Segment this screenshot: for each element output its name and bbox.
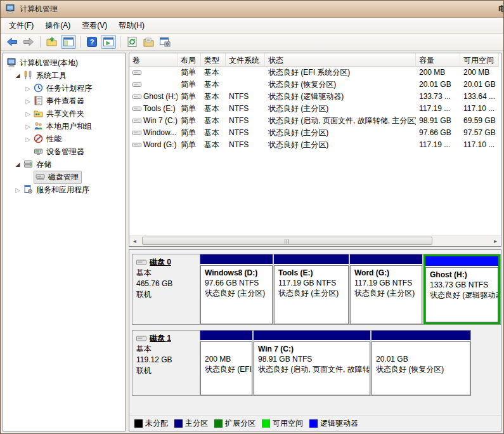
show-action-pane-button[interactable] [101, 35, 116, 49]
expand-triangle-icon[interactable]: ▷ [25, 98, 31, 105]
partition-recovery[interactable]: 20.01 GB 状态良好 (恢复分区) [372, 331, 470, 395]
volume-row-windows8-d[interactable]: Window... 简单 基本 NTFS 状态良好 (主分区) 97.66 GB… [129, 127, 501, 139]
expand-triangle-icon[interactable]: ▷ [15, 187, 21, 194]
column-header-free-space[interactable]: 可用空间 [460, 53, 499, 67]
partition-win7-c[interactable]: Win 7 (C:) 98.91 GB NTFS 状态良好 (启动, 页面文件,… [254, 331, 370, 395]
partition-ghost-h[interactable]: Ghost (H:) 133.73 GB NTFS 状态良好 (逻辑驱动器) [423, 254, 500, 324]
services-icon [23, 185, 34, 195]
scrollbar-thumb[interactable] [142, 237, 432, 245]
titlebar[interactable]: 计算机管理 电 [1, 1, 503, 18]
column-header-volume[interactable]: 卷 [129, 53, 178, 67]
primary-partition-bar [372, 331, 470, 340]
tree-item-storage[interactable]: ◢ 存储 [3, 158, 125, 171]
tree-item-shared-folders[interactable]: ▷ 共享文件夹 [3, 107, 125, 120]
shared-folders-icon [34, 109, 44, 119]
menu-action[interactable]: 操作(A) [39, 18, 76, 33]
forward-button[interactable] [21, 35, 36, 49]
volume-list-empty-space [129, 151, 501, 235]
collapse-triangle-icon[interactable]: ◢ [15, 72, 21, 79]
partition-word-g[interactable]: Word (G:) 117.19 GB NTFS 状态良好 (主分区) [350, 254, 422, 324]
console-window-icon [63, 37, 74, 46]
horizontal-scrollbar[interactable]: ◄ ► [129, 235, 501, 246]
disk-status: 联机 [136, 365, 196, 376]
tree-item-label: 系统工具 [36, 70, 67, 81]
scrollbar-track[interactable] [140, 236, 490, 246]
show-console-tree-button[interactable] [61, 35, 76, 49]
device-manager-icon [34, 147, 44, 157]
disk-1-label[interactable]: 磁盘 1 基本 119.12 GB 联机 [132, 331, 200, 395]
tree-item-performance[interactable]: ▷ 性能 [3, 133, 125, 145]
scroll-left-button[interactable]: ◄ [129, 236, 140, 246]
volume-row-ghost-h[interactable]: Ghost (H:) 简单 基本 NTFS 状态良好 (逻辑驱动器) 133.7… [129, 91, 501, 103]
tree-item-services-applications[interactable]: ▷ 服务和应用程序 [3, 183, 125, 196]
partition-tools-e[interactable]: Tools (E:) 117.19 GB NTFS 状态良好 (主分区) [274, 254, 349, 324]
column-header-type[interactable]: 类型 [201, 53, 226, 67]
tree-item-label: 事件查看器 [46, 96, 84, 107]
back-button[interactable] [4, 35, 20, 49]
volume-row-word-g[interactable]: Word (G:) 简单 基本 NTFS 状态良好 (主分区) 117.19 .… [129, 139, 501, 151]
volume-row-tools-e[interactable]: Tools (E:) 简单 基本 NTFS 状态良好 (主分区) 117.19 … [129, 103, 501, 115]
legend-primary-partition: 主分区 [174, 418, 208, 429]
disk-management-panel: 卷 布局 类型 文件系统 状态 容量 可用空间 简单 基本 状态良好 (EFI … [129, 53, 501, 431]
snap-in-button[interactable] [157, 35, 172, 49]
expand-triangle-icon[interactable]: ▷ [25, 85, 31, 92]
tree-item-task-scheduler[interactable]: ▷ 任务计划程序 [3, 82, 125, 95]
tree-item-device-manager[interactable]: 设备管理器 [3, 145, 125, 158]
tree-item-label: 任务计划程序 [46, 83, 92, 94]
volume-icon [132, 141, 141, 148]
storage-icon [23, 159, 34, 169]
expand-triangle-icon[interactable]: ▷ [25, 110, 31, 117]
logical-drive-bar [425, 256, 498, 266]
partition-efi-system[interactable]: 200 MB 状态良好 (EFI 系统分区) [200, 331, 252, 395]
volume-row-recovery[interactable]: 简单 基本 状态良好 (恢复分区) 20.01 GB 20.01 GB [129, 79, 501, 91]
menu-view[interactable]: 查看(V) [76, 18, 113, 33]
partition-windows8-d[interactable]: Windows8 (D:) 97.66 GB NTFS 状态良好 (主分区) [200, 254, 273, 324]
tree-item-local-users-groups[interactable]: ▷ 本地用户和组 [3, 120, 125, 133]
scroll-right-button[interactable]: ► [490, 236, 501, 246]
volume-row-efi[interactable]: 简单 基本 状态良好 (EFI 系统分区) 200 MB 200 MB [129, 67, 501, 79]
toolbar-separator [120, 36, 120, 48]
legend-extended-partition: 扩展分区 [214, 418, 255, 429]
disk-type: 基本 [136, 344, 196, 355]
disk-icon [136, 335, 146, 343]
console-root-button[interactable] [44, 35, 60, 49]
selected-item-highlight[interactable]: 磁盘管理 [34, 171, 82, 184]
disk-status: 联机 [136, 289, 196, 300]
column-header-filesystem[interactable]: 文件系统 [226, 53, 265, 67]
tree-root-computer-management[interactable]: 计算机管理(本地) [3, 56, 125, 69]
column-header-capacity[interactable]: 容量 [416, 53, 460, 67]
main-area: 计算机管理(本地) ◢ 系统工具 ▷ 任务计划程序 ▷ 事件查看器 ▷ 共享文件… [1, 51, 503, 433]
help-icon: ? [87, 37, 97, 47]
tree-item-label: 本地用户和组 [46, 121, 92, 132]
expand-triangle-icon[interactable]: ▷ [25, 136, 31, 143]
disk-0-label[interactable]: 磁盘 0 基本 465.76 GB 联机 [132, 254, 200, 324]
free-space-swatch [262, 419, 270, 428]
users-icon [34, 121, 44, 131]
column-header-status[interactable]: 状态 [265, 53, 416, 67]
disk-1-row: 磁盘 1 基本 119.12 GB 联机 200 MB [132, 330, 471, 396]
background-window-title-fragment: 电 [498, 4, 503, 15]
performance-icon [34, 134, 44, 144]
column-header-layout[interactable]: 布局 [178, 53, 201, 67]
volume-icon [132, 105, 141, 112]
expand-triangle-icon[interactable]: ▷ [25, 123, 31, 130]
toolbar: ? [1, 34, 503, 51]
menu-help[interactable]: 帮助(H) [113, 18, 150, 33]
menu-file[interactable]: 文件(F) [3, 18, 39, 33]
properties-button[interactable] [141, 35, 156, 49]
tree-item-label: 性能 [46, 134, 61, 145]
tree-item-disk-management[interactable]: 磁盘管理 [3, 171, 125, 183]
volume-row-win7-c[interactable]: Win 7 (C:) 简单 基本 NTFS 状态良好 (启动, 页面文件, 故障… [129, 115, 501, 127]
help-button[interactable]: ? [84, 35, 100, 49]
collapse-triangle-icon[interactable]: ◢ [15, 161, 21, 168]
tree-item-event-viewer[interactable]: ▷ 事件查看器 [3, 95, 125, 107]
refresh-button[interactable] [124, 35, 139, 49]
primary-partition-bar [254, 331, 370, 340]
menubar: 文件(F) 操作(A) 查看(V) 帮助(H) [1, 18, 503, 34]
disk-type: 基本 [136, 268, 196, 279]
tree-item-system-tools[interactable]: ◢ 系统工具 [3, 69, 125, 82]
volume-icon [132, 129, 141, 136]
computer-icon [7, 58, 17, 68]
extended-partition-swatch [214, 419, 223, 428]
volume-icon [132, 81, 141, 88]
